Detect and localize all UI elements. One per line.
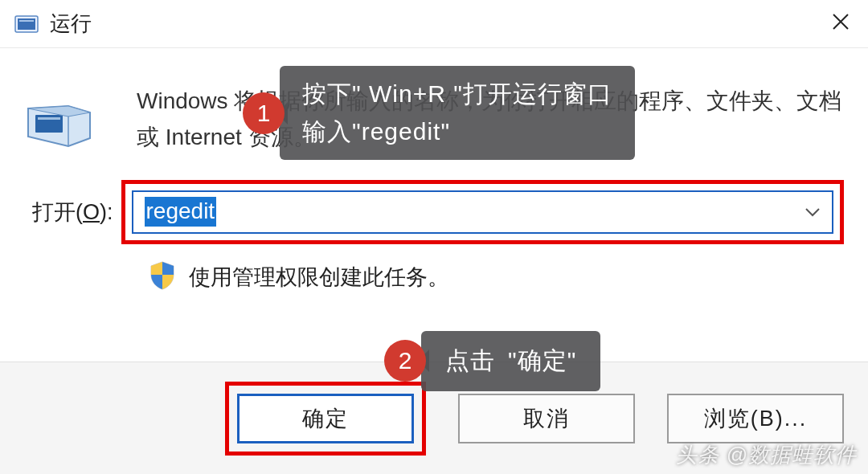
shield-icon bbox=[149, 260, 176, 294]
annotation-1: 1 按下" Win+R "打开运行窗口 输入"regedit" bbox=[243, 66, 635, 160]
admin-note: 使用管理权限创建此任务。 bbox=[189, 263, 449, 292]
titlebar: 运行 bbox=[0, 0, 868, 48]
chevron-down-icon[interactable] bbox=[805, 202, 821, 221]
annotation-1-line2: 输入"regedit" bbox=[302, 113, 612, 151]
admin-row: 使用管理权限创建此任务。 bbox=[149, 260, 844, 294]
close-icon bbox=[832, 11, 850, 36]
annotation-1-line1: 按下" Win+R "打开运行窗口 bbox=[302, 76, 612, 113]
ok-button-highlight: 确定 bbox=[225, 382, 426, 456]
open-combobox[interactable]: regedit bbox=[132, 190, 833, 234]
svg-rect-4 bbox=[38, 117, 60, 120]
browse-button[interactable]: 浏览(B)... bbox=[667, 394, 844, 443]
open-label: 打开(O): bbox=[24, 198, 113, 227]
window-title: 运行 bbox=[50, 10, 92, 38]
annotation-2-badge: 2 bbox=[384, 340, 426, 382]
close-button[interactable] bbox=[821, 5, 860, 43]
run-large-icon bbox=[24, 80, 113, 156]
annotation-2-box: 点击 "确定" bbox=[421, 331, 600, 391]
open-input-highlight: regedit bbox=[121, 180, 844, 244]
annotation-1-badge: 1 bbox=[243, 92, 285, 134]
annotation-1-box: 按下" Win+R "打开运行窗口 输入"regedit" bbox=[280, 66, 635, 160]
cancel-button[interactable]: 取消 bbox=[458, 394, 635, 443]
svg-rect-2 bbox=[19, 20, 34, 22]
run-icon bbox=[14, 14, 39, 34]
open-input-value: regedit bbox=[145, 197, 217, 226]
watermark: 头条 @数据蛙软件 bbox=[676, 441, 857, 469]
open-row: 打开(O): regedit bbox=[24, 180, 844, 244]
ok-button[interactable]: 确定 bbox=[237, 394, 414, 443]
annotation-2: 2 点击 "确定" bbox=[384, 331, 600, 391]
titlebar-left: 运行 bbox=[14, 10, 92, 38]
